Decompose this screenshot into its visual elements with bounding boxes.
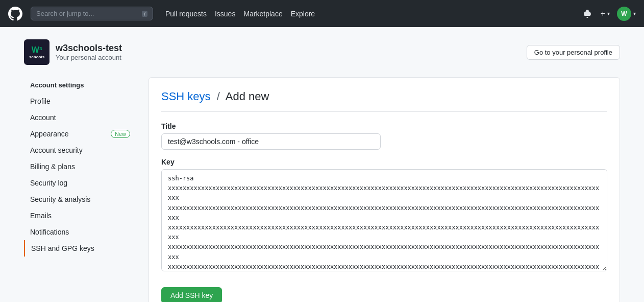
content-area: SSH keys / Add new Title Key Add SSH key [148,77,620,302]
key-textarea-wrapper [161,169,607,273]
add-ssh-key-button[interactable]: Add SSH key [161,287,222,302]
page-heading: SSH keys / Add new [161,90,607,112]
sidebar-heading: Account settings [24,77,136,93]
search-bar[interactable]: / [31,7,153,20]
search-kbd: / [142,11,147,17]
sidebar: Account settings Profile Account Appeara… [24,77,136,302]
sidebar-item-appearance[interactable]: Appearance New [24,126,136,142]
new-badge: New [111,130,130,138]
sidebar-item-label-appearance: Appearance [30,130,69,138]
account-subtitle: Your personal account [56,54,122,61]
logo-w3: W³ [32,45,42,55]
sidebar-item-billing[interactable]: Billing & plans [24,158,136,175]
sidebar-item-label-profile: Profile [30,97,51,105]
navbar-right: + ▾ W ▾ [581,7,636,21]
sidebar-item-label-notifications: Notifications [30,228,69,236]
key-field-group: Key [161,158,607,273]
create-new-button[interactable]: + ▾ [599,7,612,20]
sidebar-item-account[interactable]: Account [24,109,136,126]
nav-issues[interactable]: Issues [215,10,235,18]
account-name: w3schools-test [56,43,122,54]
breadcrumb-ssh-keys[interactable]: SSH keys [161,90,211,103]
page-subtitle: Add new [226,90,269,103]
w3schools-logo: W³ schools [24,39,49,65]
sidebar-item-emails[interactable]: Emails [24,207,136,224]
title-field-group: Title [161,122,607,150]
sidebar-item-label-security-log: Security log [30,179,67,187]
sidebar-item-label-security-analysis: Security & analysis [30,195,90,203]
sidebar-item-label-account-security: Account security [30,146,83,154]
sidebar-item-security-log[interactable]: Security log [24,175,136,191]
notifications-button[interactable] [581,8,593,20]
title-input[interactable] [161,133,381,150]
search-input[interactable] [36,10,138,17]
breadcrumb-separator: / [217,90,220,103]
sidebar-item-profile[interactable]: Profile [24,93,136,109]
sidebar-item-label-account: Account [30,113,56,122]
nav-explore[interactable]: Explore [291,10,315,18]
avatar: W [617,7,631,21]
sidebar-item-security-analysis[interactable]: Security & analysis [24,191,136,207]
sidebar-item-label-ssh-gpg: SSH and GPG keys [31,244,94,252]
sidebar-item-account-security[interactable]: Account security [24,142,136,158]
account-text: w3schools-test Your personal account [56,43,122,61]
sidebar-item-ssh-gpg[interactable]: SSH and GPG keys [24,240,136,257]
chevron-down-icon: ▾ [607,11,610,16]
title-label: Title [161,122,607,130]
nav-marketplace[interactable]: Marketplace [243,10,282,18]
page-container: W³ schools w3schools-test Your personal … [16,27,628,302]
account-info: W³ schools w3schools-test Your personal … [24,39,122,65]
key-textarea[interactable] [161,169,607,271]
user-menu-chevron: ▾ [633,11,636,16]
key-label: Key [161,158,607,166]
user-menu[interactable]: W ▾ [617,7,636,21]
sidebar-item-label-emails: Emails [30,212,52,220]
sidebar-item-label-billing: Billing & plans [30,162,75,171]
personal-profile-button[interactable]: Go to your personal profile [527,45,620,60]
navbar: / Pull requests Issues Marketplace Explo… [0,0,644,27]
navbar-links: Pull requests Issues Marketplace Explore [165,10,315,18]
nav-pull-requests[interactable]: Pull requests [165,10,207,18]
logo-schools: schools [29,55,44,60]
github-logo[interactable] [8,7,22,21]
main-content: Account settings Profile Account Appeara… [24,77,620,302]
sidebar-item-notifications[interactable]: Notifications [24,224,136,240]
account-header: W³ schools w3schools-test Your personal … [24,39,620,65]
plus-icon: + [601,9,605,18]
